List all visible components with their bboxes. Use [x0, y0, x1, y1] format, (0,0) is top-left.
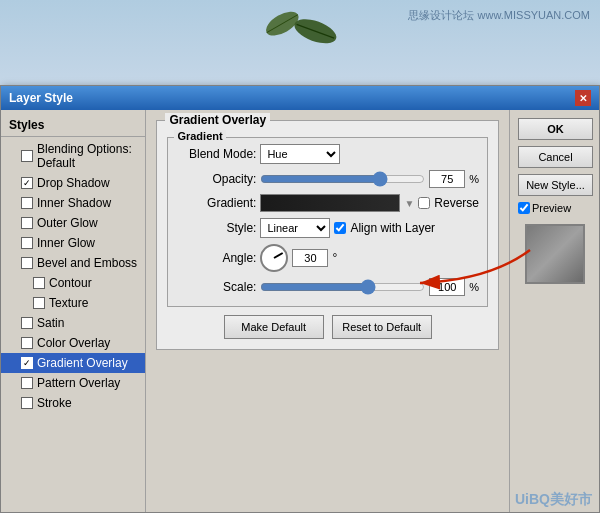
scale-input[interactable] [429, 278, 465, 296]
sidebar-item-blending-options[interactable]: Blending Options: Default [1, 139, 145, 173]
gradient-overlay-panel: Gradient Overlay Gradient Blend Mode: Hu… [156, 120, 499, 350]
style-items-list: Blending Options: DefaultDrop ShadowInne… [1, 139, 145, 413]
sidebar-item-gradient-overlay[interactable]: Gradient Overlay [1, 353, 145, 373]
label-bevel-emboss: Bevel and Emboss [37, 256, 137, 270]
make-default-button[interactable]: Make Default [224, 315, 324, 339]
checkbox-pattern-overlay [21, 377, 33, 389]
panel-title: Gradient Overlay [165, 113, 270, 127]
dialog-title: Layer Style [9, 91, 73, 105]
new-style-button[interactable]: New Style... [518, 174, 593, 196]
angle-deg-label: ° [332, 251, 337, 265]
label-satin: Satin [37, 316, 64, 330]
checkbox-stroke [21, 397, 33, 409]
angle-row: Angle: ° [176, 244, 479, 272]
ok-button[interactable]: OK [518, 118, 593, 140]
scale-label: Scale: [176, 280, 256, 294]
dialog-titlebar: Layer Style ✕ [1, 86, 599, 110]
right-panel: OK Cancel New Style... Preview [509, 110, 599, 512]
reverse-label: Reverse [434, 196, 479, 210]
sidebar-item-texture[interactable]: Texture [1, 293, 145, 313]
style-select[interactable]: Linear Radial Angle [260, 218, 330, 238]
angle-dial[interactable] [260, 244, 288, 272]
preview-label-row: Preview [518, 202, 591, 214]
bottom-watermark: UiBQ美好市 [515, 491, 592, 509]
dialog-close-button[interactable]: ✕ [575, 90, 591, 106]
style-label: Style: [176, 221, 256, 235]
sidebar-item-inner-glow[interactable]: Inner Glow [1, 233, 145, 253]
label-inner-glow: Inner Glow [37, 236, 95, 250]
opacity-slider[interactable] [260, 172, 425, 186]
opacity-row: Opacity: % [176, 170, 479, 188]
styles-header: Styles [1, 114, 145, 137]
scale-row: Scale: % [176, 278, 479, 296]
checkbox-texture [33, 297, 45, 309]
gradient-bar[interactable] [260, 194, 400, 212]
gradient-dropdown-arrow[interactable]: ▼ [404, 198, 414, 209]
label-drop-shadow: Drop Shadow [37, 176, 110, 190]
opacity-input[interactable] [429, 170, 465, 188]
opacity-label: Opacity: [176, 172, 256, 186]
preview-checkbox[interactable] [518, 202, 530, 214]
left-panel: Styles Blending Options: DefaultDrop Sha… [1, 110, 146, 512]
sidebar-item-outer-glow[interactable]: Outer Glow [1, 213, 145, 233]
label-blending-options: Blending Options: Default [37, 142, 137, 170]
style-row: Style: Linear Radial Angle Align with La… [176, 218, 479, 238]
label-stroke: Stroke [37, 396, 72, 410]
label-color-overlay: Color Overlay [37, 336, 110, 350]
preview-box [525, 224, 585, 284]
blend-mode-select[interactable]: Hue Normal Multiply Screen [260, 144, 340, 164]
checkbox-inner-shadow [21, 197, 33, 209]
sidebar-item-contour[interactable]: Contour [1, 273, 145, 293]
label-contour: Contour [49, 276, 92, 290]
checkbox-satin [21, 317, 33, 329]
label-pattern-overlay: Pattern Overlay [37, 376, 120, 390]
blend-mode-row: Blend Mode: Hue Normal Multiply Screen [176, 144, 479, 164]
checkbox-contour [33, 277, 45, 289]
checkbox-inner-glow [21, 237, 33, 249]
angle-label: Angle: [176, 251, 256, 265]
align-label: Align with Layer [350, 221, 435, 235]
label-inner-shadow: Inner Shadow [37, 196, 111, 210]
sidebar-item-bevel-emboss[interactable]: Bevel and Emboss [1, 253, 145, 273]
scale-percent: % [469, 281, 479, 293]
sidebar-item-stroke[interactable]: Stroke [1, 393, 145, 413]
scale-slider-container [260, 280, 425, 294]
checkbox-drop-shadow [21, 177, 33, 189]
angle-input[interactable] [292, 249, 328, 267]
sidebar-item-drop-shadow[interactable]: Drop Shadow [1, 173, 145, 193]
layer-style-dialog: Layer Style ✕ Styles Blending Options: D… [0, 85, 600, 513]
label-outer-glow: Outer Glow [37, 216, 98, 230]
sidebar-item-inner-shadow[interactable]: Inner Shadow [1, 193, 145, 213]
opacity-percent: % [469, 173, 479, 185]
sidebar-item-pattern-overlay[interactable]: Pattern Overlay [1, 373, 145, 393]
gradient-section-label: Gradient [174, 130, 225, 142]
main-content: Gradient Overlay Gradient Blend Mode: Hu… [146, 110, 509, 512]
sidebar-item-color-overlay[interactable]: Color Overlay [1, 333, 145, 353]
checkbox-color-overlay [21, 337, 33, 349]
checkbox-blending-options [21, 150, 33, 162]
cancel-button[interactable]: Cancel [518, 146, 593, 168]
scale-slider[interactable] [260, 280, 425, 294]
bottom-buttons: Make Default Reset to Default [167, 315, 488, 339]
gradient-row: Gradient: ▼ Reverse [176, 194, 479, 212]
label-gradient-overlay: Gradient Overlay [37, 356, 128, 370]
gradient-label: Gradient: [176, 196, 256, 210]
dialog-body: Styles Blending Options: DefaultDrop Sha… [1, 110, 599, 512]
reset-default-button[interactable]: Reset to Default [332, 315, 432, 339]
dial-indicator [274, 252, 284, 259]
checkbox-gradient-overlay [21, 357, 33, 369]
blend-mode-label: Blend Mode: [176, 147, 256, 161]
reverse-checkbox[interactable] [418, 197, 430, 209]
preview-text: Preview [532, 202, 571, 214]
checkbox-outer-glow [21, 217, 33, 229]
opacity-slider-container [260, 172, 425, 186]
checkbox-bevel-emboss [21, 257, 33, 269]
sidebar-item-satin[interactable]: Satin [1, 313, 145, 333]
watermark-text: 思缘设计论坛 www.MISSYUAN.COM [408, 8, 590, 23]
label-texture: Texture [49, 296, 88, 310]
leaves-decoration [240, 10, 360, 90]
align-checkbox[interactable] [334, 222, 346, 234]
